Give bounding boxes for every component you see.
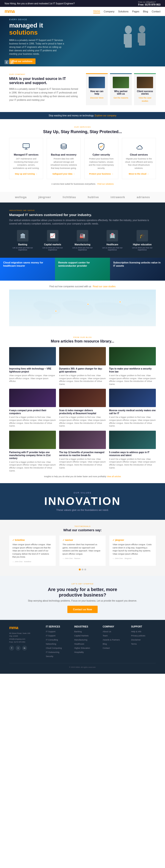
footer-services-link-4[interactable]: Cloud Computing xyxy=(46,647,62,649)
footer-services-link-2[interactable]: IT Consulting xyxy=(46,639,58,641)
blog-card-3[interactable]: 4 ways compact pros protect their comput… xyxy=(9,389,56,427)
service-cloud-title: Cloud services xyxy=(125,153,153,156)
healthcare-icon: 🏥 xyxy=(106,230,118,242)
world-map-section: Find out how companies succeed with us R… xyxy=(0,281,165,331)
intro-card-1-title: How we can help xyxy=(89,90,105,95)
nav-company[interactable]: Company xyxy=(104,10,114,13)
nav-solutions[interactable]: Solutions xyxy=(118,10,129,13)
service-managed-it-text: 24/7 maintenance and monitoring that kee… xyxy=(12,157,40,170)
svg-rect-3 xyxy=(128,34,131,44)
nav-blog[interactable]: Blog xyxy=(143,10,148,13)
footer-ind-link-0[interactable]: Banking xyxy=(74,630,82,633)
footer-services-link-6[interactable]: Security xyxy=(46,655,54,657)
service-cyber-link[interactable]: Protect your business → xyxy=(89,173,113,175)
footer-sup-link-2[interactable]: Disclaimer xyxy=(131,639,141,641)
blog-label: FROM OUR BLOG xyxy=(9,336,156,338)
footer-ind-link-5[interactable]: Hospitality xyxy=(74,651,84,653)
footer-link: Awards & Partners xyxy=(103,638,127,641)
footer-ind-link-1[interactable]: Capital Markets xyxy=(74,634,89,637)
facebook-icon[interactable]: f xyxy=(9,646,14,651)
industry-healthcare[interactable]: 🏥 Healthcare Let us show you how our exp… xyxy=(99,230,126,251)
industries-label: INDUSTRIES WE SERVE xyxy=(9,209,156,212)
footer-link: Blog xyxy=(103,642,127,645)
nav-home[interactable]: Home xyxy=(93,10,100,13)
svg-rect-6 xyxy=(138,33,140,42)
footer-ind-link-2[interactable]: Manufacturing xyxy=(74,639,87,641)
footer-sup-link-1[interactable]: Privacy policies xyxy=(131,634,145,637)
world-map xyxy=(9,289,156,326)
dot-1[interactable] xyxy=(81,568,84,570)
industries-title: Managed IT services customized for your … xyxy=(9,213,156,217)
blog-img-0 xyxy=(9,347,56,365)
footer-comp-link-0[interactable]: About Us xyxy=(103,630,111,633)
blog-card-4[interactable]: Scan & index manager delivers productivi… xyxy=(59,389,106,427)
blog-card-8[interactable]: 5 creative ways to address gaps in IT re… xyxy=(109,431,156,472)
industries-text: Our vertical solutions expertise allows … xyxy=(9,219,156,225)
blog-card-6[interactable]: Partnering with IT provider helps one ma… xyxy=(9,431,56,472)
blog-card-3-title: 4 ways compact pros protect their comput… xyxy=(9,409,56,415)
intro-card-3-link[interactable]: View the case studies xyxy=(139,97,152,102)
blog-img-4 xyxy=(59,389,106,407)
footer-bottom: © 2023 MMA. All rights reserved. xyxy=(9,663,156,668)
industry-capital[interactable]: 📈 Capital markets Let us show you how ou… xyxy=(39,230,66,251)
footer-sup-link-3[interactable]: Terms xyxy=(131,643,137,645)
intro-card-1-link[interactable]: Discover More xyxy=(90,97,103,99)
test-text-2: Vitae congue ipsum efficitur congue. Cos… xyxy=(112,543,153,556)
footer-services-link-5[interactable]: IT Outsourcing xyxy=(46,651,59,653)
industry-education[interactable]: 🎓 Higher education Let us show you how o… xyxy=(129,230,156,251)
blog-card-5[interactable]: Monroe county medical society makes one … xyxy=(109,389,156,427)
footer-comp-link-2[interactable]: Awards & Partners xyxy=(103,639,120,641)
dot-2[interactable] xyxy=(84,568,86,570)
service-backup-link[interactable]: Safeguard your data → xyxy=(53,173,75,175)
services-label: OUR SERVICES xyxy=(9,126,156,128)
blog-view-all-link[interactable]: View all articles xyxy=(107,475,121,478)
footer-sup-link-0[interactable]: Help & Info xyxy=(131,630,141,633)
footer-services-link-1[interactable]: IT Support xyxy=(46,634,56,637)
footer-services-link-3[interactable]: Networking xyxy=(46,643,56,645)
cta-button[interactable]: Contact us Now xyxy=(67,606,97,613)
footer: mma 99 Street Road, Suite 100City 12345i… xyxy=(0,620,165,674)
hero-next-button[interactable]: ❯ xyxy=(10,60,14,64)
nav-links: Home Company Solutions Pages Blog Contac… xyxy=(93,10,160,13)
footer-comp-link-3[interactable]: Blog xyxy=(103,643,107,645)
service-managed-it-link[interactable]: Stay up and running → xyxy=(15,173,38,175)
blog-card-2[interactable]: Tips to make your workforce a security f… xyxy=(109,347,156,385)
blog-img-3 xyxy=(9,389,56,407)
industry-banking[interactable]: 🏛️ Banking Let us show you how our exper… xyxy=(9,230,36,251)
footer-link: Healthcare xyxy=(74,642,99,645)
industry-manufacturing[interactable]: 🏭 Manufacturing Let us show you how our … xyxy=(69,230,96,251)
map-dot-1 xyxy=(87,303,89,305)
cs-card-2[interactable]: Remote support center for semiconductor … xyxy=(55,258,110,281)
service-cloud-link[interactable]: Move to the cloud → xyxy=(129,173,149,175)
blog-card-7-text: It won't be a bigger problem to find now… xyxy=(59,458,106,469)
cs-card-1[interactable]: Cloud migration saves money for healthca… xyxy=(0,258,55,281)
hero-prev-button[interactable]: ❮ xyxy=(5,60,9,64)
cs-card-3[interactable]: Subscription licensing unlocks value in … xyxy=(110,258,165,281)
blog-card-0[interactable]: Improving lives with technology – VRE li… xyxy=(9,347,56,385)
footer-comp-link-1[interactable]: Team xyxy=(103,634,108,637)
intro-card-2-link[interactable]: Get the reasons xyxy=(113,97,128,99)
explore-link[interactable]: Explore our company xyxy=(95,114,117,117)
industry-healthcare-name: Healthcare xyxy=(99,243,126,246)
values-sub: These values give us the foundations we … xyxy=(56,508,109,511)
test-card-0: ✓ ticketline Vitae congue ipsum efficitu… xyxy=(9,536,56,566)
blog-card-1[interactable]: Dynamics 365: A game changer for day-gol… xyxy=(59,347,106,385)
test-author-2: — John Doe · Jängreer xyxy=(112,557,153,559)
footer-ind-link-3[interactable]: Healthcare xyxy=(74,643,84,645)
blog-grid-row1: Improving lives with technology – VRE li… xyxy=(9,347,156,385)
nav-contact[interactable]: Contact xyxy=(152,10,160,13)
footer-comp-link-4[interactable]: Contact xyxy=(103,647,110,649)
linkedin-icon[interactable]: in xyxy=(22,646,27,651)
footer-services-link-0[interactable]: IT Support xyxy=(46,630,56,633)
services-footer-link[interactable]: Find our solutions xyxy=(97,183,114,185)
partner-4: intrawork xyxy=(111,196,125,199)
twitter-icon[interactable]: t xyxy=(15,646,21,651)
nav-pages[interactable]: Pages xyxy=(132,10,139,13)
svg-rect-7 xyxy=(142,33,144,42)
blog-card-7[interactable]: The top 12 benefits of proactive managed… xyxy=(59,431,106,472)
footer-ind-link-4[interactable]: Higher Education xyxy=(74,647,90,649)
dot-0[interactable] xyxy=(79,568,81,570)
map-svg xyxy=(9,289,156,326)
map-link[interactable]: Read our case studies xyxy=(93,285,116,288)
footer-col-company-title: Company xyxy=(103,625,127,628)
